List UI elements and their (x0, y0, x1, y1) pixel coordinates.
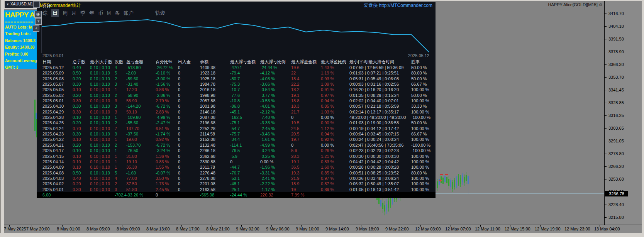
stats-tab-备[interactable]: 备 (115, 9, 120, 17)
cell-win: 100.00 % (411, 109, 436, 115)
stats-tab-账户[interactable]: 账户 (124, 9, 134, 17)
table-row[interactable]: 2025.04.150.100.10 | 0.10131.801.36 %023… (37, 154, 436, 159)
help-button[interactable]: ? (35, 18, 42, 25)
cell-times: 3 (115, 131, 126, 137)
table-row[interactable]: 2025.05.010.300.10 | 0.10355.902.79 %020… (37, 98, 436, 103)
table-row[interactable]: 2025.04.220.100.10 | 0.10119.600.92 %021… (37, 137, 436, 142)
cell-pl: 77.00 (126, 176, 156, 181)
cell-mflp: -1.61 % (260, 137, 291, 142)
cell-bal: 2057.88 (200, 98, 230, 103)
stats-tab-bar: 综日周月季年币M备账户轨迹 (37, 9, 436, 17)
cell-date: 2025.05.05 (42, 87, 73, 92)
stats-tab-季[interactable]: 季 (80, 9, 85, 17)
cell-win: 80.00 % (411, 70, 436, 76)
price-label: 3215.80 (608, 215, 624, 220)
cell-mfpp: 0.94 % (321, 98, 349, 103)
total-cell-minmax (73, 192, 90, 198)
cell-mfl: -80.7 (230, 76, 260, 81)
cell-hold: 0:04:42 | 0:04:42 | 0:04:42 (349, 159, 411, 164)
cell-date: 2025.04.17 (42, 148, 73, 153)
cell-times: 1 (115, 159, 126, 164)
stats-tab-周[interactable]: 周 (63, 9, 68, 17)
time-label: 12 May 11:00 (475, 227, 500, 231)
cell-minmax: 0.10 | 0.10 (90, 98, 115, 103)
total-cell-lots: 6.00 (42, 192, 73, 198)
cell-times: 5 (115, 70, 126, 76)
stats-tab-币[interactable]: 币 (98, 9, 103, 17)
cell-win: 80.00 % (411, 170, 436, 176)
stats-tab-M[interactable]: M (107, 9, 111, 17)
time-axis[interactable]: 7 May 20257 May 20:008 May 01:008 May 05… (3, 225, 642, 234)
stats-tab-综[interactable]: 综 (42, 9, 47, 17)
table-row[interactable]: 2025.04.250.200.10 | 0.102-55.60-2.47 %0… (37, 120, 436, 125)
cell-win: 33.33 % (411, 103, 436, 109)
stats-tab-月[interactable]: 月 (71, 9, 76, 17)
chevron-down-icon[interactable]: ▼ (6, 3, 9, 6)
cell-dep: 0 (178, 98, 200, 103)
table-row[interactable]: 2025.05.070.300.10 | 0.103-31.40-1.56 %0… (37, 81, 436, 87)
stats-tab-轨迹[interactable]: 轨迹 (155, 9, 165, 17)
price-axis[interactable]: 3416.703404.103391.503378.903366.303353.… (604, 1, 642, 225)
table-row[interactable]: 2025.04.300.300.10 | 0.103-144.20-6.72 %… (37, 103, 436, 109)
stats-tab-年[interactable]: 年 (89, 9, 94, 17)
cell-lots: 0.10 (73, 137, 90, 142)
cell-times: 2 (115, 181, 126, 186)
cell-bal: 2201.08 (200, 181, 230, 186)
table-row[interactable]: 2025.05.050.100.10 | 0.10117.200.86 %020… (37, 87, 436, 92)
cell-pct: -2.86 % (156, 93, 178, 98)
cell-mflp: -7.40 % (260, 115, 291, 120)
cell-times: 1 (115, 115, 126, 120)
cell-lots: 0.30 (73, 81, 90, 87)
confirm-checkbox[interactable]: √ (33, 25, 39, 32)
cell-pct: -2.47 % (156, 120, 178, 125)
table-row[interactable]: 2025.04.170.100.10 | 0.101-76.50-3.24 %0… (37, 148, 436, 153)
cell-minmax: 0.10 | 0.10 (90, 142, 115, 148)
window-frame-left (0, 0, 4, 237)
price-tick (605, 52, 607, 52)
cell-times: 1 (115, 137, 126, 142)
price-label: 3316.25 (608, 113, 624, 118)
table-row[interactable]: 2025.04.090.100.10 | 0.10135.301.55 %023… (37, 164, 436, 170)
cell-minmax: 0.10 | 0.10 (90, 103, 115, 109)
cell-mfp: 0 (291, 115, 321, 120)
table-row[interactable]: 2025.04.020.200.10 | 0.10237.501.73 %022… (37, 181, 436, 186)
cell-minmax: 0.10 | 0.10 (90, 137, 115, 142)
table-row[interactable]: 2025.05.120.400.10 | 0.104-513.80-26.72 … (37, 65, 436, 70)
table-row[interactable]: 2025.04.280.100.10 | 0.101-109.60-4.99 %… (37, 115, 436, 120)
cell-pl: 55.90 (126, 98, 156, 103)
table-row[interactable]: 2025.05.090.500.10 | 0.105-2.00-0.10 %01… (37, 70, 436, 76)
table-row[interactable]: 2025.05.020.200.10 | 0.102-58.90-2.86 %0… (37, 93, 436, 98)
price-label: 3228.40 (608, 202, 624, 207)
table-row[interactable]: 2025.04.240.700.10 | 0.107137.706.51 %02… (37, 126, 436, 131)
cell-lots: 0.30 (73, 131, 90, 137)
move-button[interactable]: 移 (34, 11, 42, 18)
cell-bal: 2016.18 (200, 87, 230, 92)
cell-lots: 0.20 (73, 93, 90, 98)
table-row[interactable]: 2025.04.030.400.10 | 0.10477.003.50 %022… (37, 176, 436, 181)
table-row[interactable]: 2025.04.140.100.10 | 0.10119.100.83 %023… (37, 159, 436, 164)
cell-pct: 1.73 % (156, 181, 178, 186)
cell-date: 2025.04.25 (42, 120, 73, 125)
cell-date: 2025.05.08 (42, 76, 73, 81)
minimize-button[interactable]: — (33, 1, 40, 8)
cell-times: 1 (115, 154, 126, 159)
table-row[interactable]: 2025.04.290.300.10 | 0.10359.102.83 %021… (37, 109, 436, 115)
cell-mflp: -4.01 % (260, 103, 291, 109)
tab-symbol-xauusd[interactable]: ▼XAUUSD,M15 (5, 1, 37, 8)
table-row[interactable]: 2025.05.080.200.10 | 0.102-59.60-3.00 %0… (37, 76, 436, 81)
table-row[interactable]: 2025.04.080.500.10 | 0.105-1.60-0.07 %02… (37, 170, 436, 176)
cell-mfl: -75.3 (230, 81, 260, 87)
cell-mfl: -54.7 (230, 126, 260, 131)
brand-link[interactable]: 复盘侠 http://MTCommander.com (364, 2, 432, 9)
table-row[interactable]: 2025.04.210.200.10 | 0.102-153.70-6.72 %… (37, 142, 436, 148)
table-row[interactable]: 2025.04.230.300.10 | 0.103-37.50-1.74 %0… (37, 131, 436, 137)
stats-tab-日[interactable]: 日 (51, 9, 59, 17)
table-row[interactable]: 2025.04.010.300.10 | 0.10351.802.45 %021… (37, 187, 436, 192)
cell-hold: 0:01:05 | 0:18:13 | 0:51:42 (349, 187, 411, 192)
cell-bal: 1409.38 (200, 65, 230, 70)
cell-mfp: 0 (291, 142, 321, 148)
cell-date: 2025.04.08 (42, 170, 73, 176)
ea-smiley-icon[interactable]: ☺ (598, 2, 603, 7)
cell-pl: 19.10 (126, 159, 156, 164)
cell-hold: 0:05:31 | 0:05:49 | 0:06:08 (349, 76, 411, 81)
